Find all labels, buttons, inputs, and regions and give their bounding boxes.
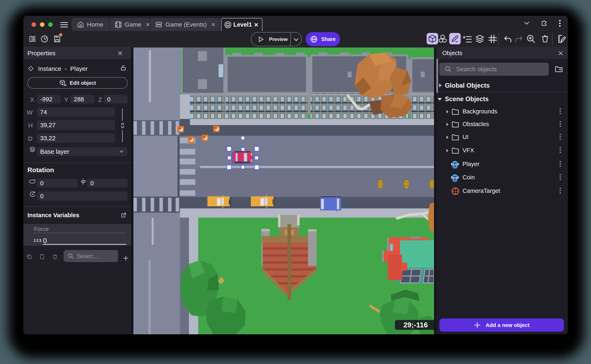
svg-text:29;-116: 29;-116 [404,321,428,329]
svg-text:3D: 3D [64,84,66,86]
